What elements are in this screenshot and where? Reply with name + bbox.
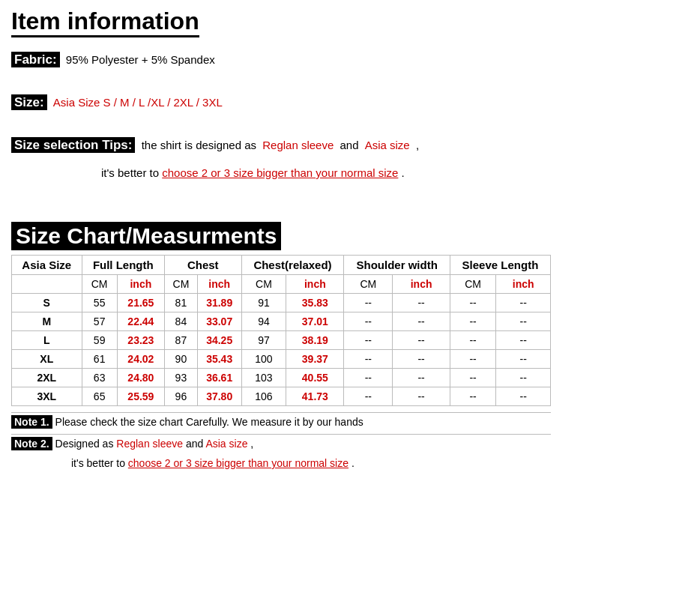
cell-sw-in: --: [393, 350, 450, 369]
cell-cr-in: 40.55: [286, 369, 344, 387]
cell-sw-cm: --: [344, 369, 393, 387]
cell-cr-in: 35.83: [286, 294, 344, 312]
cell-cr-in: 38.19: [286, 331, 344, 350]
subheader-fl-in: inch: [117, 275, 164, 294]
subheader-sw-in: inch: [393, 275, 450, 294]
cell-ch-in: 35.43: [197, 350, 241, 369]
cell-fl-cm: 59: [82, 331, 117, 350]
note1-text: Please check the size chart Carefully. W…: [55, 416, 363, 428]
subheader-fl-cm: CM: [82, 275, 117, 294]
tips-label: Size selection Tips:: [11, 137, 135, 153]
tips-mid: and: [340, 139, 361, 151]
cell-fl-cm: 57: [82, 312, 117, 331]
cell-fl-cm: 61: [82, 350, 117, 369]
tips-highlight2: Asia size: [365, 139, 410, 151]
cell-sw-cm: --: [344, 331, 393, 350]
cell-size: XL: [12, 350, 82, 369]
cell-ch-in: 37.80: [197, 387, 241, 406]
table-row: L 59 23.23 87 34.25 97 38.19 -- -- -- --: [12, 331, 551, 350]
cell-size: 3XL: [12, 387, 82, 406]
cell-sl-in: --: [496, 369, 551, 387]
col-header-chest: Chest: [165, 256, 242, 275]
col-header-sl: Sleeve Length: [450, 256, 550, 275]
cell-cr-cm: 91: [241, 294, 286, 312]
cell-sl-cm: --: [450, 387, 495, 406]
cell-ch-in: 34.25: [197, 331, 241, 350]
cell-sw-in: --: [393, 331, 450, 350]
subheader-ch-in: inch: [197, 275, 241, 294]
cell-cr-in: 41.73: [286, 387, 344, 406]
cell-sw-in: --: [393, 294, 450, 312]
col-header-sw: Shoulder width: [344, 256, 450, 275]
tips-sub: it's better to choose 2 or 3 size bigger…: [101, 166, 689, 179]
tips-end: ,: [416, 139, 419, 151]
cell-size: S: [12, 294, 82, 312]
subheader-sl-in: inch: [496, 275, 551, 294]
note2-intro: Designed as: [55, 438, 117, 450]
note2-end: ,: [250, 438, 253, 450]
cell-fl-cm: 65: [82, 387, 117, 406]
tips-intro: the shirt is designed as: [142, 139, 260, 151]
cell-size: L: [12, 331, 82, 350]
fabric-label: Fabric:: [11, 52, 60, 67]
chart-title: Size Chart/Measurments: [11, 222, 281, 250]
subheader-sl-cm: CM: [450, 275, 495, 294]
cell-sl-in: --: [496, 312, 551, 331]
subheader-cr-cm: CM: [241, 275, 286, 294]
note2-sub-intro: it's better to: [71, 457, 128, 469]
col-header-cr: Chest(relaxed): [241, 256, 344, 275]
cell-sw-cm: --: [344, 350, 393, 369]
size-table: Asia Size Full Length Chest Chest(relaxe…: [11, 255, 551, 406]
note2-label: Note 2.: [11, 437, 52, 450]
note2-highlight2: Asia size: [205, 438, 247, 450]
tips-section: Size selection Tips: the shirt is design…: [11, 138, 689, 179]
col-header-fl: Full Length: [82, 256, 164, 275]
table-row: S 55 21.65 81 31.89 91 35.83 -- -- -- --: [12, 294, 551, 312]
fabric-section: Fabric: 95% Polyester + 5% Spandex: [11, 52, 689, 67]
cell-cr-cm: 94: [241, 312, 286, 331]
col-header-size: Asia Size: [12, 256, 82, 275]
cell-ch-in: 33.07: [197, 312, 241, 331]
size-section: Size: Asia Size S / M / L /XL / 2XL / 3X…: [11, 95, 689, 110]
cell-sw-cm: --: [344, 387, 393, 406]
table-row: 2XL 63 24.80 93 36.61 103 40.55 -- -- --…: [12, 369, 551, 387]
table-row: XL 61 24.02 90 35.43 100 39.37 -- -- -- …: [12, 350, 551, 369]
cell-sl-cm: --: [450, 350, 495, 369]
cell-ch-cm: 84: [165, 312, 198, 331]
cell-fl-in: 21.65: [117, 294, 164, 312]
cell-ch-cm: 81: [165, 294, 198, 312]
tips-sub-highlight: choose 2 or 3 size bigger than your norm…: [162, 166, 398, 179]
tips-sub-end: .: [402, 166, 405, 179]
subheader-sw-cm: CM: [344, 275, 393, 294]
tips-sub-intro: it's better to: [101, 166, 162, 179]
cell-sw-in: --: [393, 312, 450, 331]
cell-cr-cm: 97: [241, 331, 286, 350]
cell-fl-cm: 55: [82, 294, 117, 312]
cell-cr-in: 39.37: [286, 350, 344, 369]
cell-sw-in: --: [393, 369, 450, 387]
cell-sl-in: --: [496, 331, 551, 350]
note1-label: Note 1.: [11, 415, 52, 429]
cell-ch-cm: 96: [165, 387, 198, 406]
cell-sl-cm: --: [450, 294, 495, 312]
cell-ch-cm: 87: [165, 331, 198, 350]
cell-fl-in: 24.02: [117, 350, 164, 369]
cell-fl-in: 23.23: [117, 331, 164, 350]
table-row: 3XL 65 25.59 96 37.80 106 41.73 -- -- --…: [12, 387, 551, 406]
cell-ch-cm: 90: [165, 350, 198, 369]
fabric-value: 95% Polyester + 5% Spandex: [66, 53, 215, 66]
size-label: Size:: [11, 94, 47, 110]
subheader-cr-in: inch: [286, 275, 344, 294]
cell-sw-in: --: [393, 387, 450, 406]
cell-size: M: [12, 312, 82, 331]
subheader-empty: [12, 275, 82, 294]
cell-ch-in: 31.89: [197, 294, 241, 312]
cell-size: 2XL: [12, 369, 82, 387]
cell-sl-in: --: [496, 350, 551, 369]
tips-highlight1: Reglan sleeve: [262, 139, 334, 151]
cell-ch-cm: 93: [165, 369, 198, 387]
table-row: M 57 22.44 84 33.07 94 37.01 -- -- -- --: [12, 312, 551, 331]
page-title: Item information: [11, 7, 199, 37]
note2-sub-end: .: [351, 457, 354, 469]
cell-ch-in: 36.61: [197, 369, 241, 387]
